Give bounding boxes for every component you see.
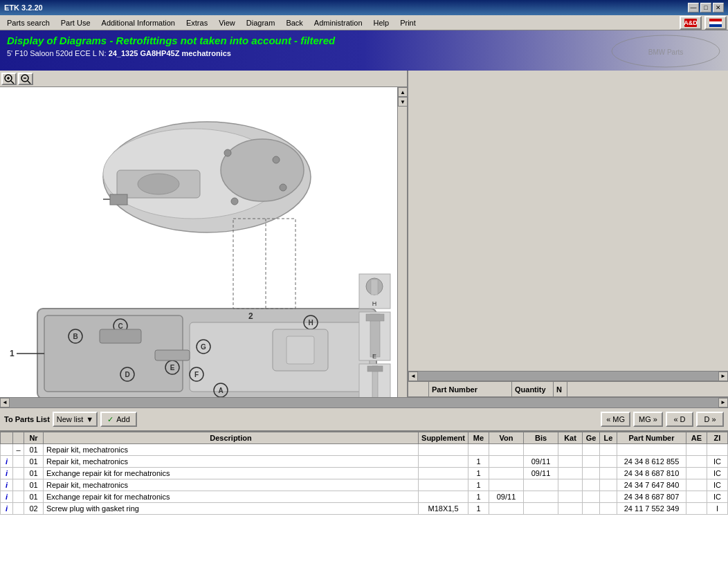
bottom-area: To Parts List New list ▼ ✓ Add « MG MG »…	[0, 407, 728, 577]
menu-print[interactable]: Print	[394, 17, 421, 28]
menu-back[interactable]: Back	[280, 17, 308, 28]
header-icon	[1, 432, 13, 444]
row-von	[489, 444, 524, 456]
svg-rect-57	[366, 314, 384, 321]
diagram-svg: B C D E F G	[6, 87, 401, 397]
table-row[interactable]: i01Exchange repair kit for mechatronics1…	[1, 468, 728, 479]
row-supplement	[419, 479, 468, 491]
menu-diagram[interactable]: Diagram	[241, 17, 281, 28]
table-row[interactable]: i01Repair kit, mechatronics124 34 7 647 …	[1, 479, 728, 491]
table-row[interactable]: i02Screw plug with gasket ringM18X1,5124…	[1, 503, 728, 515]
nav-first-d[interactable]: « D	[666, 412, 693, 427]
table-body: –01Repair kit, mechatronicsi01Repair kit…	[1, 444, 728, 515]
subtitle-highlight: 24_1325 GA8HP45Z mechatronics	[109, 49, 231, 57]
row-nr: 01	[24, 468, 44, 479]
scroll-down-button[interactable]: ▼	[398, 97, 408, 107]
header-von: Von	[489, 432, 524, 444]
menu-part-use[interactable]: Part Use	[55, 17, 96, 28]
table-row[interactable]: i01Exchange repair kit for mechatronics1…	[1, 491, 728, 503]
svg-text:F: F	[194, 371, 199, 378]
row-bis	[524, 444, 558, 456]
row-me: 1	[468, 503, 489, 515]
header-me: Me	[468, 432, 489, 444]
nav-first-mg[interactable]: « MG	[601, 412, 630, 427]
zoom-out-button[interactable]	[18, 73, 33, 85]
right-panel: ◄ ► Part Number Quantity N	[408, 71, 728, 397]
svg-text:D: D	[125, 371, 129, 378]
svg-text:H: H	[308, 319, 313, 327]
row-me	[468, 444, 489, 456]
header-dash	[13, 432, 24, 444]
zoom-in-button[interactable]	[1, 73, 17, 85]
row-nr: 01	[24, 456, 44, 468]
toolbar-icons: A&D	[680, 16, 727, 30]
row-dash	[13, 491, 24, 503]
row-ge	[583, 444, 600, 456]
row-von	[489, 468, 524, 479]
svg-point-17	[224, 149, 231, 156]
toolbar-btn-a[interactable]: A&D	[680, 16, 702, 30]
toolbar-btn-flag[interactable]	[704, 16, 727, 30]
menu-help[interactable]: Help	[368, 17, 395, 28]
row-le	[600, 491, 617, 503]
row-zi: IC	[707, 456, 728, 468]
row-von	[489, 479, 524, 491]
svg-rect-48	[155, 350, 190, 360]
row-dash	[13, 456, 24, 468]
minimize-button[interactable]: —	[688, 3, 699, 12]
row-ge	[583, 456, 600, 468]
row-part-number: 24 11 7 552 349	[617, 503, 686, 515]
svg-text:H: H	[372, 300, 377, 307]
row-supplement	[419, 491, 468, 503]
row-kat	[558, 456, 583, 468]
scroll-right-button[interactable]: ►	[718, 372, 728, 381]
row-info-icon: i	[1, 503, 13, 515]
scroll-left-button[interactable]: ◄	[408, 372, 418, 381]
menu-administration[interactable]: Administration	[309, 17, 368, 28]
scroll-up-button[interactable]: ▲	[398, 87, 408, 97]
close-button[interactable]: ✕	[713, 3, 724, 12]
header-decoration: BMW Parts	[610, 34, 721, 68]
bottom-scroll-right[interactable]: ►	[718, 398, 728, 407]
window-controls: — □ ✕	[688, 3, 724, 12]
row-kat	[558, 491, 583, 503]
svg-point-22	[138, 174, 179, 194]
main-content: B C D E F G	[0, 71, 728, 397]
row-ge	[583, 491, 600, 503]
right-panel-scrollbar: ◄ ►	[408, 371, 728, 381]
header-kat: Kat	[558, 432, 583, 444]
menu-parts-search[interactable]: Parts search	[1, 17, 55, 28]
diagram-scrollbar[interactable]: ▲ ▼	[397, 87, 407, 397]
row-me: 1	[468, 468, 489, 479]
row-le	[600, 468, 617, 479]
menu-additional-info[interactable]: Additional Information	[96, 17, 181, 28]
bottom-scroll-track[interactable]	[10, 398, 718, 407]
new-list-label: New list	[57, 415, 84, 423]
add-button[interactable]: ✓ Add	[100, 412, 137, 427]
table-row[interactable]: i01Repair kit, mechatronics109/1124 34 8…	[1, 456, 728, 468]
row-bis	[524, 491, 558, 503]
right-scroll-track[interactable]	[418, 372, 718, 381]
table-row[interactable]: –01Repair kit, mechatronics	[1, 444, 728, 456]
row-dash	[13, 468, 24, 479]
right-col-quantity: Quantity	[512, 382, 554, 396]
svg-point-20	[231, 198, 238, 205]
menu-view[interactable]: View	[213, 17, 241, 28]
row-von	[489, 503, 524, 515]
svg-text:E: E	[170, 364, 175, 372]
bottom-scroll-left[interactable]: ◄	[0, 398, 10, 407]
new-list-dropdown[interactable]: New list ▼	[53, 412, 98, 427]
diagram-panel: B C D E F G	[0, 71, 408, 397]
row-me: 1	[468, 479, 489, 491]
menu-extras[interactable]: Extras	[181, 17, 213, 28]
svg-text:B: B	[73, 333, 78, 340]
row-von: 09/11	[489, 491, 524, 503]
svg-text:C: C	[118, 322, 122, 330]
nav-next-mg[interactable]: MG »	[633, 412, 663, 427]
bottom-scrollbar: ◄ ►	[0, 397, 728, 407]
maximize-button[interactable]: □	[700, 3, 711, 12]
row-kat	[558, 444, 583, 456]
row-ae	[686, 468, 707, 479]
nav-next-d[interactable]: D »	[696, 412, 724, 427]
row-ae	[686, 491, 707, 503]
